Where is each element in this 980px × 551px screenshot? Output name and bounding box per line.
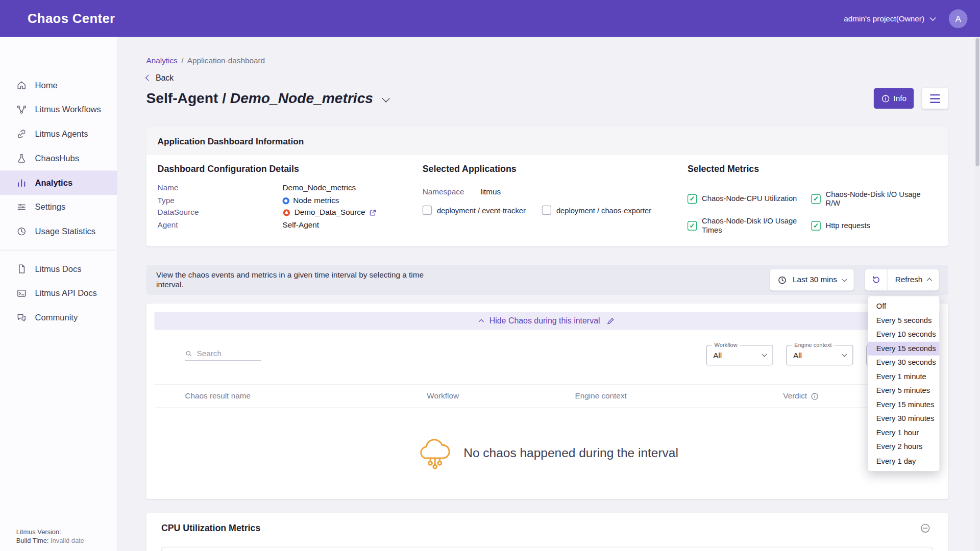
selected-metrics-title: Selected Metrics bbox=[688, 164, 950, 174]
workflows-icon bbox=[16, 104, 27, 115]
sidebar-item-label: Litmus API Docs bbox=[35, 289, 97, 298]
menu-item-every-15-minutes[interactable]: Every 15 minutes bbox=[868, 397, 940, 412]
collapse-chevron-icon bbox=[479, 319, 484, 324]
search-field bbox=[185, 349, 261, 361]
collapse-section-button[interactable] bbox=[920, 522, 930, 533]
sidebar-item-label: Home bbox=[35, 81, 58, 90]
build-time-label: Build Time: bbox=[16, 537, 49, 544]
settings-icon bbox=[16, 202, 27, 213]
checkbox-unchecked-icon bbox=[423, 206, 432, 215]
menu-item-every-1-day[interactable]: Every 1 day bbox=[868, 454, 940, 468]
sidebar-item-litmus-workflows[interactable]: Litmus Workflows bbox=[0, 97, 117, 122]
breadcrumb-analytics[interactable]: Analytics bbox=[146, 56, 178, 65]
config-type-row: Type Node metrics bbox=[158, 194, 414, 207]
refresh-interval-button[interactable]: Refresh bbox=[888, 276, 939, 284]
sidebar-item-label: Litmus Docs bbox=[35, 264, 82, 273]
config-details-column: Dashboard Configuration Details Name Dem… bbox=[158, 155, 414, 231]
edit-icon[interactable] bbox=[606, 316, 615, 325]
workflow-filter-label: Workflow bbox=[712, 342, 740, 348]
info-button-label: Info bbox=[893, 94, 906, 103]
config-details-title: Dashboard Configuration Details bbox=[158, 164, 414, 174]
agents-icon bbox=[16, 129, 27, 139]
metric-checkbox[interactable]: ✓ Http requests bbox=[811, 217, 935, 234]
verdict-info-icon[interactable] bbox=[811, 392, 819, 400]
metric-checkbox[interactable]: ✓ Chaos-Node-CPU Utilization bbox=[688, 190, 811, 207]
app-title: Chaos Center bbox=[28, 11, 115, 26]
page-title: Self-Agent / Demo_Node_metrics bbox=[146, 90, 373, 107]
refresh-interval-menu: Off Every 5 seconds Every 10 seconds Eve… bbox=[868, 296, 940, 471]
title-chevron-down-icon[interactable] bbox=[382, 94, 390, 103]
sidebar-item-settings[interactable]: Settings bbox=[0, 195, 117, 219]
menu-item-every-5-seconds[interactable]: Every 5 seconds bbox=[868, 313, 940, 328]
node-metrics-icon bbox=[282, 197, 289, 204]
sidebar-item-analytics[interactable]: Analytics bbox=[0, 170, 117, 195]
scrollbar-thumb[interactable] bbox=[975, 38, 979, 166]
engine-context-filter[interactable]: Engine context All bbox=[786, 345, 853, 365]
menu-item-every-1-minute[interactable]: Every 1 minute bbox=[868, 369, 940, 384]
chevron-down-icon bbox=[929, 14, 936, 20]
menu-item-every-1-hour[interactable]: Every 1 hour bbox=[868, 425, 940, 440]
time-range-select[interactable]: Last 30 mins bbox=[770, 269, 854, 291]
info-button[interactable]: Info bbox=[874, 88, 914, 109]
menu-item-every-30-seconds[interactable]: Every 30 seconds bbox=[868, 356, 940, 370]
checkbox-checked-icon: ✓ bbox=[811, 221, 820, 230]
metric-checkbox[interactable]: ✓ Chaos-Node-Disk I/O Usage Times bbox=[688, 217, 811, 234]
dashboard-menu-button[interactable] bbox=[922, 88, 948, 109]
table-header-row: Chaos result name Workflow Engine contex… bbox=[154, 384, 940, 408]
sidebar-item-litmus-api-docs[interactable]: Litmus API Docs bbox=[0, 281, 117, 306]
sidebar-item-home[interactable]: Home bbox=[0, 73, 117, 97]
menu-item-every-15-seconds[interactable]: Every 15 seconds bbox=[868, 341, 940, 356]
empty-state-text: No chaos happened during the interval bbox=[463, 446, 678, 460]
sidebar-item-label: Usage Statistics bbox=[35, 227, 96, 236]
chevron-down-icon bbox=[762, 352, 767, 357]
hide-chaos-label: Hide Chaos during this interval bbox=[489, 316, 600, 325]
chevron-down-icon bbox=[842, 352, 847, 357]
sidebar-item-label: Litmus Workflows bbox=[35, 105, 101, 114]
chevron-up-icon bbox=[927, 278, 932, 283]
hide-chaos-toggle[interactable]: Hide Chaos during this interval bbox=[154, 312, 940, 330]
clock-icon bbox=[778, 275, 787, 284]
application-checkbox[interactable]: deployment / chaos-exporter bbox=[542, 206, 651, 215]
config-agent-row: Agent Self-Agent bbox=[158, 219, 414, 231]
prometheus-icon bbox=[282, 209, 290, 217]
sidebar-item-label: Litmus Agents bbox=[35, 129, 88, 138]
checkbox-checked-icon: ✓ bbox=[688, 221, 697, 230]
avatar[interactable]: A bbox=[949, 9, 968, 28]
info-icon bbox=[881, 94, 890, 103]
version-info: Litmus Version: Build Time: Invalid date bbox=[16, 527, 84, 544]
dashboard-name: Demo_Node_metrics bbox=[230, 90, 373, 106]
sidebar-item-chaoshubs[interactable]: ChaosHubs bbox=[0, 146, 117, 171]
dashboard-info-title: Application Dashboard Information bbox=[146, 128, 948, 155]
sidebar-item-litmus-docs[interactable]: Litmus Docs bbox=[0, 257, 117, 281]
terminal-icon bbox=[16, 288, 27, 298]
menu-item-every-5-minutes[interactable]: Every 5 minutes bbox=[868, 384, 940, 398]
refresh-now-button[interactable] bbox=[865, 269, 888, 291]
engine-context-filter-label: Engine context bbox=[792, 342, 834, 348]
dashboard-info-card: Application Dashboard Information Dashbo… bbox=[146, 128, 948, 246]
sidebar-item-label: Analytics bbox=[35, 178, 73, 187]
search-input[interactable] bbox=[197, 349, 261, 358]
menu-item-every-2-hours[interactable]: Every 2 hours bbox=[868, 440, 940, 454]
project-name: admin's project(Owner) bbox=[844, 14, 924, 23]
menu-item-every-30-minutes[interactable]: Every 30 minutes bbox=[868, 412, 940, 426]
build-time-value: Invalid date bbox=[51, 537, 84, 544]
cpu-chart-placeholder bbox=[161, 546, 933, 551]
cpu-metrics-card: CPU Utilization Metrics bbox=[146, 513, 948, 551]
application-checkbox[interactable]: deployment / event-tracker bbox=[423, 206, 526, 215]
metric-checkbox[interactable]: ✓ Chaos-Node-Disk I/O Usage R/W bbox=[811, 190, 935, 207]
sidebar-item-label: Settings bbox=[35, 203, 66, 212]
app-window: Chaos Center admin's project(Owner) A Ho… bbox=[0, 0, 980, 551]
sidebar-item-community[interactable]: Community bbox=[0, 306, 117, 330]
back-button[interactable]: Back bbox=[146, 73, 174, 82]
project-selector[interactable]: admin's project(Owner) bbox=[844, 14, 935, 23]
menu-item-every-10-seconds[interactable]: Every 10 seconds bbox=[868, 328, 940, 342]
sidebar-item-litmus-agents[interactable]: Litmus Agents bbox=[0, 122, 117, 146]
sidebar-item-usage-statistics[interactable]: Usage Statistics bbox=[0, 219, 117, 244]
hamburger-icon bbox=[930, 94, 940, 95]
scrollbar bbox=[975, 37, 980, 551]
workflow-filter-value: All bbox=[713, 351, 722, 360]
workflow-filter[interactable]: Workflow All bbox=[706, 345, 773, 365]
external-link-icon[interactable] bbox=[369, 209, 377, 217]
menu-item-off[interactable]: Off bbox=[868, 299, 940, 314]
column-engine-context: Engine context bbox=[575, 392, 783, 400]
